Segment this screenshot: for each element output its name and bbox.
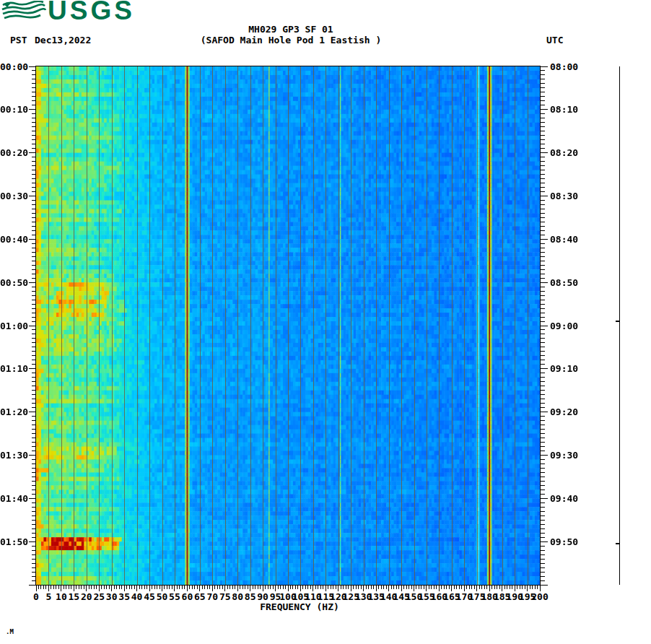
- y-axis-tick-right: [541, 265, 545, 266]
- x-axis-tick: [525, 586, 525, 589]
- x-axis-tick: [240, 586, 240, 589]
- x-axis-tick: [459, 586, 460, 589]
- y-axis-tick-left: [32, 226, 36, 227]
- x-axis-tick: [434, 586, 434, 589]
- x-axis-tick: [136, 586, 137, 591]
- x-axis-tick: [391, 586, 392, 589]
- y-axis-tick-left: [32, 347, 36, 347]
- y-axis-tick-right: [541, 261, 545, 261]
- y-axis-tick-left: [32, 74, 36, 75]
- y-axis-label-right: 08:40: [550, 235, 583, 244]
- y-axis-tick-left: [32, 533, 36, 534]
- y-axis-tick-left: [32, 559, 36, 560]
- x-axis-tick: [124, 586, 125, 591]
- y-axis-tick-right: [541, 74, 545, 75]
- y-axis-tick-right: [541, 498, 548, 499]
- x-axis-tick: [532, 586, 533, 589]
- y-axis-label-right: 08:00: [550, 62, 583, 71]
- x-axis-tick: [243, 586, 243, 589]
- x-axis-tick: [121, 586, 122, 589]
- y-axis-tick-right: [541, 580, 545, 581]
- y-axis-tick-right: [541, 256, 545, 257]
- x-axis-tick: [356, 586, 357, 589]
- y-axis-tick-left: [32, 243, 36, 244]
- y-axis-tick-left: [32, 174, 36, 175]
- x-axis-tick: [331, 586, 331, 589]
- x-axis-tick: [270, 586, 271, 589]
- x-axis-tick: [479, 586, 480, 589]
- y-axis-tick-left: [29, 196, 36, 196]
- y-axis-tick-left: [32, 351, 36, 352]
- x-axis-tick: [300, 586, 301, 591]
- y-axis-tick-right: [541, 161, 545, 162]
- x-axis-tick: [449, 586, 450, 589]
- y-axis-tick-left: [32, 485, 36, 486]
- y-axis-tick-right: [541, 291, 545, 292]
- x-axis-tick: [444, 586, 445, 589]
- amplitude-trace-blip: [616, 543, 619, 544]
- x-axis-tick: [489, 586, 490, 591]
- x-axis-label: 30: [106, 592, 118, 601]
- x-axis-tick: [530, 586, 530, 589]
- y-axis-tick-left: [32, 446, 36, 447]
- x-axis-tick: [139, 586, 140, 589]
- y-axis-tick-left: [32, 338, 36, 339]
- y-axis-tick-left: [32, 183, 36, 183]
- y-axis-tick-right: [541, 585, 548, 586]
- y-axis-tick-left: [32, 70, 36, 71]
- x-axis-label: 10: [56, 592, 67, 601]
- y-axis-tick-left: [32, 550, 36, 551]
- y-axis-tick-right: [541, 122, 545, 123]
- x-axis-tick: [426, 586, 427, 591]
- x-axis-label: 5: [46, 592, 52, 601]
- y-axis-tick-left: [32, 403, 36, 404]
- x-axis-tick: [507, 586, 507, 589]
- y-axis-tick-left: [32, 334, 36, 334]
- x-axis-tick: [295, 586, 296, 589]
- y-axis-tick-right: [541, 278, 545, 279]
- y-axis-tick-left: [32, 269, 36, 270]
- x-axis-tick: [224, 586, 225, 591]
- y-axis-tick-right: [541, 373, 545, 373]
- y-axis-tick-left: [32, 308, 36, 309]
- x-axis-tick: [471, 586, 472, 589]
- y-axis-tick-left: [32, 79, 36, 79]
- usgs-logo: USGS: [1, 1, 171, 22]
- x-axis-tick: [278, 586, 279, 589]
- x-axis-tick: [378, 586, 379, 589]
- y-axis-tick-right: [541, 326, 548, 326]
- x-axis-tick: [164, 586, 165, 589]
- x-axis-tick: [363, 586, 364, 591]
- x-axis-tick: [66, 586, 66, 589]
- x-axis-tick: [53, 586, 54, 589]
- x-axis-label: 45: [144, 592, 155, 601]
- x-axis-tick: [248, 586, 248, 589]
- y-axis-tick-left: [32, 489, 36, 490]
- x-axis-tick: [194, 586, 195, 589]
- y-axis-tick-right: [541, 191, 545, 192]
- x-axis-tick: [323, 586, 323, 589]
- y-axis-tick-right: [541, 79, 545, 79]
- x-axis-label: 50: [157, 592, 168, 601]
- usgs-logo-text: USGS: [48, 0, 135, 26]
- y-axis-tick-right: [541, 390, 545, 391]
- y-axis-tick-left: [32, 342, 36, 343]
- x-axis-tick: [290, 586, 291, 589]
- x-axis-tick: [416, 586, 416, 589]
- x-axis-tick: [114, 586, 115, 589]
- y-axis-tick-right: [541, 66, 548, 67]
- y-axis-tick-right: [541, 368, 548, 369]
- x-axis-tick: [209, 586, 210, 589]
- y-axis-tick-left: [32, 520, 36, 521]
- x-axis-label: 75: [219, 592, 231, 601]
- x-axis-tick: [451, 586, 452, 591]
- x-axis-tick: [157, 586, 157, 589]
- x-axis-tick: [464, 586, 465, 591]
- x-axis-tick: [502, 586, 502, 591]
- x-axis-tick: [386, 586, 387, 589]
- y-axis-tick-right: [541, 118, 545, 118]
- x-axis-tick: [253, 586, 253, 589]
- y-axis-tick-left: [32, 481, 36, 482]
- x-axis-tick: [91, 586, 92, 589]
- y-axis-tick-right: [541, 226, 545, 227]
